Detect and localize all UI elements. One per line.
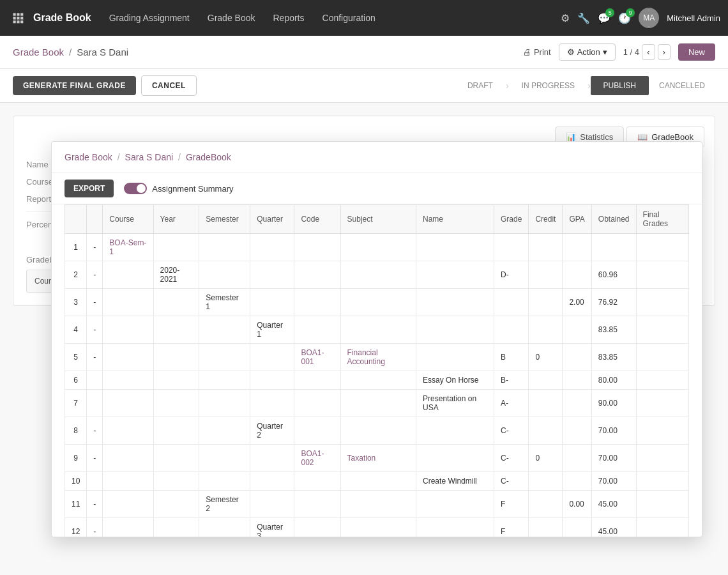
table-cell [636,472,688,491]
table-cell: F [494,518,529,537]
pager-count: 1 / 4 [623,47,639,57]
clock-icon[interactable]: 🕐 9 [618,12,631,24]
table-cell [494,289,529,316]
toggle-track[interactable] [124,183,147,194]
table-cell [340,518,416,537]
table-cell: 2020-2021 [153,261,199,289]
nav-right-controls: ⚙ 🔧 💬 5 🕐 9 MA Mitchell Admin [561,8,720,28]
new-button[interactable]: New [678,43,715,61]
table-cell [199,518,250,537]
top-navigation: Grade Book Grading Assignment Grade Book… [0,0,728,36]
table-cell[interactable]: BOA1-002 [294,445,340,472]
table-cell [250,344,294,371]
chat-icon[interactable]: 💬 5 [598,12,610,24]
table-cell [87,390,103,417]
table-cell [636,344,688,371]
table-cell [563,316,591,344]
export-button[interactable]: EXPORT [64,180,114,197]
nav-configuration[interactable]: Configuration [315,9,383,27]
gradebook-tab-label: GradeBook [651,132,694,142]
cancel-button[interactable]: CANCEL [141,75,197,96]
print-icon: 🖨 [523,47,531,57]
nav-reports[interactable]: Reports [265,9,312,27]
table-cell: 1 [65,234,87,261]
status-in-progress[interactable]: IN PROGRESS [509,76,588,95]
table-cell [636,390,688,417]
status-draft[interactable]: DRAFT [455,76,506,95]
table-cell: - [87,491,103,518]
table-cell [153,234,199,261]
table-row: 5-BOA1-001Financial AccountingB083.85 [65,344,689,371]
table-cell: 80.00 [591,371,636,390]
table-cell[interactable]: Taxation [340,445,416,472]
print-label: Print [534,47,551,57]
table-cell [529,390,563,417]
th-gpa: GPA [563,205,591,234]
settings-icon[interactable]: ⚙ [561,12,570,24]
table-cell [494,234,529,261]
status-flow: DRAFT › IN PROGRESS › PUBLISH CANCELLED [455,76,715,95]
table-cell: - [87,289,103,316]
table-cell [340,234,416,261]
table-cell [636,445,688,472]
table-cell: 90.00 [591,390,636,417]
svg-rect-6 [13,20,16,23]
nav-grade-book[interactable]: Grade Book [200,9,263,27]
nav-menu: Grading Assignment Grade Book Reports Co… [102,9,561,27]
table-cell [529,491,563,518]
table-cell: 10 [65,472,87,491]
pager-prev-button[interactable]: ‹ [642,44,655,60]
table-cell: 9 [65,445,87,472]
action-button[interactable]: ⚙ Action ▾ [559,43,616,61]
print-button[interactable]: 🖨 Print [523,47,551,57]
table-cell [294,371,340,390]
breadcrumb-parent[interactable]: Grade Book [13,47,64,57]
table-cell [294,234,340,261]
table-cell [416,316,494,344]
gradebook-modal: Grade Book / Sara S Dani / GradeBook EXP… [51,141,702,537]
table-cell [416,518,494,537]
clock-badge: 9 [626,8,635,17]
th-semester: Semester [199,205,250,234]
table-cell: C- [494,417,529,445]
th-course: Course [103,205,153,234]
pager-next-button[interactable]: › [658,44,671,60]
table-cell [340,289,416,316]
table-cell[interactable]: BOA-Sem-1 [103,234,153,261]
table-cell: 8 [65,417,87,445]
table-cell [103,518,153,537]
table-cell[interactable]: Financial Accounting [340,344,416,371]
table-cell: B [494,344,529,371]
table-cell [153,371,199,390]
svg-rect-7 [17,20,19,23]
table-cell[interactable]: BOA1-001 [294,344,340,371]
book-icon: 📖 [637,132,648,142]
table-cell [153,491,199,518]
table-cell: C- [494,472,529,491]
grid-menu-icon[interactable] [8,8,28,28]
generate-final-grade-button[interactable]: GENERATE FINAL GRADE [13,76,136,95]
table-cell [529,472,563,491]
table-cell [416,289,494,316]
wrench-icon[interactable]: 🔧 [577,12,590,24]
table-row: 9-BOA1-002TaxationC-070.00 [65,445,689,472]
status-cancelled[interactable]: CANCELLED [649,76,715,95]
modal-breadcrumb-3[interactable]: GradeBook [186,152,231,162]
table-cell [636,417,688,445]
breadcrumb-current: Sara S Dani [77,47,128,57]
table-cell: Semester 2 [199,491,250,518]
status-publish[interactable]: PUBLISH [591,76,649,95]
table-cell [416,344,494,371]
chat-badge: 5 [605,8,614,17]
table-cell [529,518,563,537]
chevron-down-icon: ▾ [603,47,607,57]
table-cell [636,371,688,390]
gear-icon: ⚙ [567,47,575,57]
modal-toolbar: EXPORT Assignment Summary [52,173,702,204]
assignment-summary-toggle[interactable]: Assignment Summary [124,183,233,194]
modal-breadcrumb-2[interactable]: Sara S Dani [125,152,173,162]
avatar[interactable]: MA [639,8,659,28]
table-row: 1-BOA-Sem-1 [65,234,689,261]
nav-grading-assignment[interactable]: Grading Assignment [102,9,197,27]
modal-breadcrumb-1[interactable]: Grade Book [64,152,112,162]
